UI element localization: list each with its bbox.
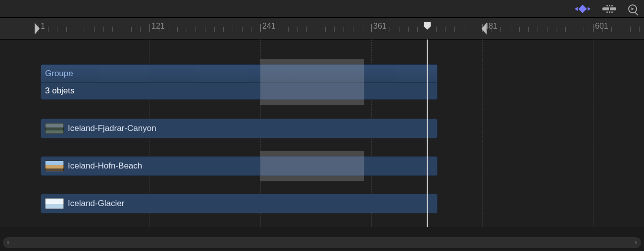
timeline-tracks[interactable]: Groupe 3 objets Iceland-Fjadrar-Canyon I…	[0, 40, 644, 227]
playhead-head[interactable]	[424, 22, 431, 30]
scroll-resize-handle-left[interactable]	[7, 241, 8, 244]
clip-thumbnail-icon	[45, 198, 64, 209]
ruler-label: 241	[262, 22, 276, 31]
group-header[interactable]: Groupe	[41, 64, 438, 82]
group-subheader[interactable]: 3 objets	[41, 82, 438, 100]
group-subtitle-label: 3 objets	[45, 86, 75, 96]
in-point-marker[interactable]	[35, 23, 40, 35]
ruler-label: 1	[41, 22, 45, 31]
timeline-clip[interactable]: Iceland-Hofn-Beach	[41, 156, 438, 176]
clip-label: Iceland-Fjadrar-Canyon	[68, 124, 156, 133]
clip-label: Iceland-Hofn-Beach	[68, 161, 142, 171]
time-ruler[interactable]: 1121241361481601	[0, 18, 644, 40]
timeline-clip[interactable]: Iceland-Fjadrar-Canyon	[41, 119, 438, 138]
filmstrip-icon[interactable]	[602, 5, 616, 13]
timeline-clip[interactable]: Iceland-Glacier	[41, 194, 438, 213]
clip-thumbnail-icon	[45, 161, 64, 171]
ruler-label: 361	[373, 22, 387, 31]
keyframe-nav-icon[interactable]	[575, 6, 591, 12]
clip-thumbnail-icon	[45, 123, 64, 134]
clip-label: Iceland-Glacier	[68, 199, 124, 209]
group-title-label: Groupe	[45, 69, 73, 79]
toolbar	[0, 0, 644, 18]
ruler-label: 121	[151, 22, 165, 31]
scroll-resize-handle-right[interactable]	[636, 241, 637, 244]
zoom-play-icon[interactable]	[628, 4, 637, 13]
horizontal-scrollbar[interactable]	[3, 237, 641, 248]
ruler-label: 601	[595, 22, 608, 31]
out-point-marker[interactable]	[482, 23, 487, 35]
